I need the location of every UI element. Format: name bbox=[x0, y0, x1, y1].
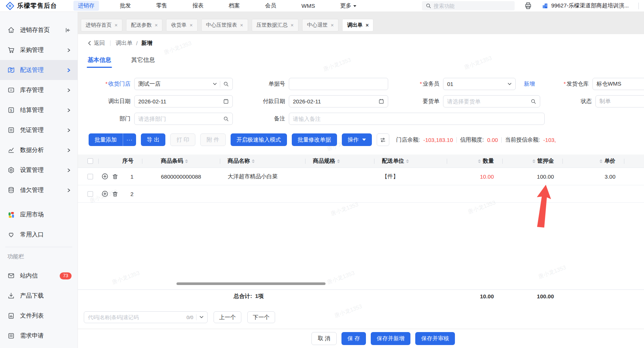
chevron-down-icon[interactable] bbox=[213, 83, 217, 86]
save-and-new-button[interactable]: 保存并新增 bbox=[371, 332, 410, 345]
barcode-cell[interactable] bbox=[142, 185, 220, 202]
close-icon[interactable]: × bbox=[189, 22, 192, 28]
delete-row-icon[interactable] bbox=[112, 173, 118, 180]
sidebar-item-favorites[interactable]: 常用入口 bbox=[0, 225, 77, 245]
price-cell[interactable] bbox=[563, 185, 624, 202]
out-date-picker[interactable] bbox=[134, 95, 233, 107]
batch-add-more-button[interactable]: ··· bbox=[123, 133, 136, 146]
quick-search-input[interactable] bbox=[88, 314, 184, 320]
sidebar-item-downloads[interactable]: 产品下载 bbox=[0, 286, 77, 306]
seq-header[interactable]: 序号 bbox=[122, 155, 142, 168]
sidebar-item-file-list[interactable]: 文件列表 bbox=[0, 306, 77, 326]
company-selector[interactable]: 99627-乐檬渠道部商超培训演... bbox=[542, 2, 629, 9]
tab-transfer-out[interactable]: 调出单× bbox=[342, 19, 373, 32]
horizontal-scrollbar[interactable] bbox=[176, 282, 326, 285]
pay-date-picker[interactable] bbox=[289, 95, 388, 107]
collapse-sidebar-icon[interactable] bbox=[65, 27, 71, 33]
add-salesman-link[interactable]: 新增 bbox=[524, 80, 535, 87]
price-cell[interactable]: 3.00 bbox=[563, 168, 624, 185]
price-header[interactable]: 单价 bbox=[563, 155, 624, 168]
sidebar-item-messages[interactable]: 站内信 73 bbox=[0, 266, 77, 286]
batch-edit-button[interactable]: 批量修改单据 bbox=[292, 133, 337, 146]
attachment-button[interactable]: 附 件 bbox=[200, 133, 225, 146]
global-search-input[interactable] bbox=[434, 3, 511, 9]
sort-icon[interactable] bbox=[406, 159, 409, 163]
doc-no-input[interactable] bbox=[293, 81, 384, 87]
tab-basket-report[interactable]: 中心压筐报表× bbox=[201, 19, 248, 32]
demand-doc-field[interactable] bbox=[443, 95, 540, 107]
sidebar-item-delivery[interactable]: 配送管理 bbox=[0, 60, 77, 80]
operate-dropdown-button[interactable]: 操作 bbox=[342, 133, 372, 146]
nav-item-more[interactable]: 更多 bbox=[336, 1, 361, 11]
qty-header[interactable]: 数量 bbox=[447, 155, 503, 168]
batch-add-button[interactable]: 批量添加 bbox=[89, 133, 123, 146]
row-checkbox[interactable] bbox=[87, 191, 93, 197]
prev-item-button[interactable]: 上一个 bbox=[214, 311, 241, 323]
search-icon[interactable] bbox=[223, 81, 229, 87]
save-button[interactable]: 保 存 bbox=[341, 332, 366, 345]
sidebar-item-stock[interactable]: 库存管理 bbox=[0, 80, 77, 100]
print-button[interactable]: 打 印 bbox=[170, 133, 195, 146]
close-icon[interactable]: × bbox=[331, 22, 334, 28]
add-row-icon[interactable] bbox=[102, 190, 108, 197]
sidebar-item-purchase[interactable]: 采购管理 bbox=[0, 40, 77, 60]
next-item-button[interactable]: 下一个 bbox=[247, 311, 275, 323]
calendar-icon[interactable] bbox=[379, 99, 384, 104]
sidebar-item-debt[interactable]: 借欠管理 bbox=[0, 180, 77, 200]
tab-basket-summary[interactable]: 压筐数据汇总× bbox=[252, 19, 298, 32]
barcode-header[interactable]: 商品条码 bbox=[142, 155, 220, 168]
name-header[interactable]: 商品名称 bbox=[220, 155, 306, 168]
nav-item-inventory[interactable]: 进销存 bbox=[73, 1, 99, 11]
qty-cell[interactable]: 10.00 bbox=[447, 168, 503, 185]
select-all-checkbox[interactable] bbox=[87, 158, 93, 164]
receiver-store-select[interactable] bbox=[134, 78, 233, 90]
column-settings-button[interactable] bbox=[377, 133, 389, 146]
sort-icon[interactable] bbox=[185, 159, 188, 163]
sidebar-item-home[interactable]: 进销存首页 bbox=[0, 20, 77, 40]
salesman-select[interactable] bbox=[443, 78, 516, 90]
unit-header[interactable]: 配送单位 bbox=[374, 155, 447, 168]
out-date-value[interactable] bbox=[138, 98, 220, 105]
spec-header[interactable]: 商品规格 bbox=[306, 155, 374, 168]
search-icon[interactable] bbox=[223, 116, 229, 122]
qty-cell[interactable] bbox=[447, 185, 503, 202]
quick-search-field[interactable]: 0/0 bbox=[84, 311, 208, 323]
save-and-audit-button[interactable]: 保存并审核 bbox=[415, 332, 455, 345]
sort-icon[interactable] bbox=[478, 159, 481, 163]
sidebar-item-analytics[interactable]: 数据分析 bbox=[0, 140, 77, 160]
sidebar-item-voucher[interactable]: 凭证管理 bbox=[0, 120, 77, 140]
printer-icon[interactable] bbox=[524, 2, 532, 10]
add-row-icon[interactable] bbox=[102, 173, 108, 180]
back-button[interactable]: 返回 bbox=[87, 40, 105, 47]
speed-input-mode-button[interactable]: 开启极速输入模式 bbox=[231, 133, 287, 146]
search-icon[interactable] bbox=[531, 99, 536, 104]
barcode-cell[interactable]: 6800000000088 bbox=[142, 168, 220, 185]
calendar-icon[interactable] bbox=[223, 99, 229, 104]
tab-delivery-params[interactable]: 配送参数× bbox=[126, 19, 162, 32]
close-icon[interactable]: × bbox=[155, 22, 158, 28]
warehouse-value[interactable] bbox=[597, 81, 644, 87]
tab-receipt-doc[interactable]: 收货单× bbox=[166, 19, 197, 32]
tab-basic-info[interactable]: 基本信息 bbox=[87, 53, 112, 68]
salesman-value[interactable] bbox=[447, 81, 505, 87]
deposit-cell[interactable]: 100.00 bbox=[503, 168, 563, 185]
sidebar-item-settings[interactable]: 设置管理 bbox=[0, 160, 77, 180]
sort-icon[interactable] bbox=[532, 159, 535, 163]
sidebar-item-app-market[interactable]: 应用市场 bbox=[0, 205, 77, 225]
deposit-cell[interactable] bbox=[503, 185, 563, 202]
department-input[interactable] bbox=[138, 116, 220, 122]
delete-row-icon[interactable] bbox=[112, 191, 118, 197]
sidebar-item-request[interactable]: 需求申请 bbox=[0, 326, 77, 346]
close-icon[interactable]: × bbox=[291, 22, 294, 28]
nav-item-members[interactable]: 会员 bbox=[261, 1, 281, 11]
close-icon[interactable]: × bbox=[115, 22, 118, 28]
nav-item-reports[interactable]: 报表 bbox=[188, 1, 208, 11]
pay-date-value[interactable] bbox=[293, 98, 376, 105]
deposit-header[interactable]: 筐押金 bbox=[503, 155, 563, 168]
sidebar-item-settlement[interactable]: $ 结算管理 bbox=[0, 100, 77, 120]
export-button[interactable]: 导 出 bbox=[141, 133, 165, 146]
department-field[interactable] bbox=[134, 113, 233, 125]
remark-field[interactable] bbox=[289, 113, 545, 125]
nav-item-retail[interactable]: 零售 bbox=[152, 1, 172, 11]
tab-other-info[interactable]: 其它信息 bbox=[131, 53, 156, 68]
